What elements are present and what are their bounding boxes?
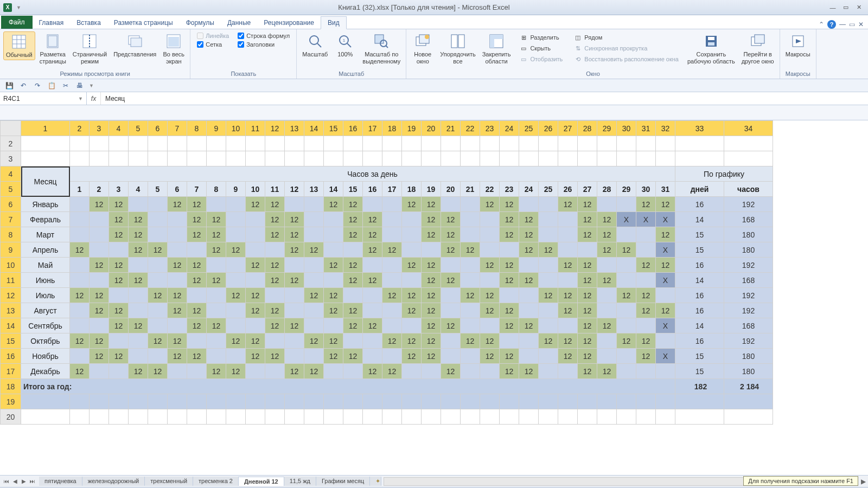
day-header[interactable]: 20: [441, 182, 461, 197]
data-cell[interactable]: [597, 197, 617, 212]
tab-view[interactable]: Вид: [321, 16, 347, 29]
data-cell[interactable]: [109, 288, 129, 303]
data-cell[interactable]: 12: [207, 273, 226, 288]
data-cell[interactable]: 12: [207, 364, 226, 379]
data-cell[interactable]: [207, 197, 226, 212]
data-cell[interactable]: 12: [265, 349, 285, 364]
cell[interactable]: [109, 394, 129, 409]
data-cell[interactable]: [617, 273, 636, 288]
data-cell[interactable]: [656, 364, 675, 379]
data-cell[interactable]: 12: [422, 318, 441, 333]
data-cell[interactable]: 12: [441, 273, 461, 288]
data-cell[interactable]: [90, 212, 109, 227]
fx-icon[interactable]: fx: [87, 92, 101, 105]
day-header[interactable]: 12: [285, 182, 304, 197]
data-cell[interactable]: X: [636, 212, 656, 227]
tab-data[interactable]: Данные: [221, 17, 257, 29]
data-cell[interactable]: [461, 318, 480, 333]
cell[interactable]: [656, 136, 675, 151]
data-cell[interactable]: [636, 227, 656, 242]
cell[interactable]: [363, 151, 382, 166]
data-cell[interactable]: 12: [402, 288, 422, 303]
row-header[interactable]: 4: [1, 166, 21, 182]
cell[interactable]: [724, 394, 773, 409]
data-cell[interactable]: 12: [207, 318, 226, 333]
cell[interactable]: [226, 409, 246, 425]
data-cell[interactable]: 12: [129, 364, 148, 379]
data-cell[interactable]: [480, 318, 500, 333]
data-cell[interactable]: 12: [422, 212, 441, 227]
data-cell[interactable]: [226, 212, 246, 227]
hours-total-cell[interactable]: 192: [724, 288, 773, 303]
cell[interactable]: [597, 409, 617, 425]
row-header[interactable]: 17: [1, 364, 21, 379]
data-cell[interactable]: 12: [109, 258, 129, 273]
data-cell[interactable]: [129, 333, 148, 349]
data-cell[interactable]: 12: [265, 303, 285, 318]
data-cell[interactable]: [226, 273, 246, 288]
cell[interactable]: [109, 409, 129, 425]
data-cell[interactable]: [636, 242, 656, 258]
cell[interactable]: [617, 394, 636, 409]
data-cell[interactable]: 12: [441, 318, 461, 333]
data-cell[interactable]: [539, 303, 558, 318]
data-cell[interactable]: [148, 273, 168, 288]
ribbon-minimize-icon[interactable]: ⌃: [819, 21, 824, 28]
data-cell[interactable]: 12: [343, 197, 363, 212]
data-cell[interactable]: [636, 364, 656, 379]
data-cell[interactable]: [168, 273, 187, 288]
data-cell[interactable]: 12: [109, 303, 129, 318]
data-cell[interactable]: [207, 288, 226, 303]
zoom-100-button[interactable]: 1 100%: [332, 31, 358, 59]
col-header[interactable]: 18: [382, 121, 402, 136]
cell[interactable]: [265, 394, 285, 409]
data-cell[interactable]: [402, 364, 422, 379]
data-cell[interactable]: [402, 212, 422, 227]
data-cell[interactable]: 12: [285, 364, 304, 379]
cell[interactable]: [422, 151, 441, 166]
data-cell[interactable]: 12: [519, 273, 539, 288]
data-cell[interactable]: [90, 318, 109, 333]
data-cell[interactable]: 12: [148, 288, 168, 303]
data-cell[interactable]: 12: [500, 303, 519, 318]
data-cell[interactable]: 12: [363, 318, 382, 333]
cell[interactable]: [226, 394, 246, 409]
data-cell[interactable]: [441, 197, 461, 212]
cell[interactable]: [558, 394, 578, 409]
data-cell[interactable]: [461, 364, 480, 379]
data-cell[interactable]: 12: [343, 303, 363, 318]
day-header[interactable]: 26: [558, 182, 578, 197]
data-cell[interactable]: 12: [324, 197, 343, 212]
headings-checkbox[interactable]: Заголовки: [238, 41, 290, 48]
day-header[interactable]: 2: [90, 182, 109, 197]
day-header[interactable]: 30: [636, 182, 656, 197]
days-total-cell[interactable]: 16: [675, 303, 724, 318]
data-cell[interactable]: 12: [363, 227, 382, 242]
day-header[interactable]: 14: [324, 182, 343, 197]
data-cell[interactable]: [539, 349, 558, 364]
data-cell[interactable]: [304, 273, 324, 288]
data-cell[interactable]: [382, 349, 402, 364]
data-cell[interactable]: 12: [90, 288, 109, 303]
data-cell[interactable]: [480, 212, 500, 227]
cell[interactable]: [187, 136, 207, 151]
data-cell[interactable]: [636, 273, 656, 288]
cell[interactable]: [304, 409, 324, 425]
data-cell[interactable]: [285, 333, 304, 349]
data-cell[interactable]: 12: [363, 242, 382, 258]
data-cell[interactable]: [324, 318, 343, 333]
sheet-tab[interactable]: 11,5 жд: [284, 477, 316, 486]
days-total-cell[interactable]: 15: [675, 349, 724, 364]
cell[interactable]: [304, 151, 324, 166]
freeze-panes-button[interactable]: Закрепить области: [480, 31, 513, 66]
formula-input[interactable]: Месяц: [101, 95, 868, 102]
cell[interactable]: [226, 151, 246, 166]
cell[interactable]: [187, 394, 207, 409]
data-cell[interactable]: 12: [129, 242, 148, 258]
data-cell[interactable]: 12: [402, 303, 422, 318]
data-cell[interactable]: [461, 349, 480, 364]
data-cell[interactable]: [187, 333, 207, 349]
data-cell[interactable]: [70, 273, 90, 288]
cell[interactable]: [70, 151, 90, 166]
data-cell[interactable]: 12: [265, 212, 285, 227]
